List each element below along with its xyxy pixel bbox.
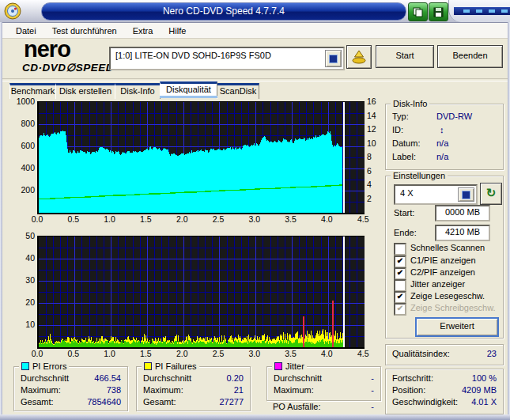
pif-total-value: 27277	[219, 397, 244, 407]
show-write-speed-label: Zeige Schreibgeschw.	[410, 303, 496, 312]
axis-tick-label: 2	[367, 194, 381, 203]
app-icon	[4, 2, 21, 20]
c1pie-label[interactable]: C1/PIE anzeigen	[410, 255, 476, 265]
axis-tick-label: 3.5	[280, 214, 302, 224]
checkbox-row-show-write-speed: ✔ Zeige Schreibgeschw.	[394, 303, 501, 314]
jitter-checkbox[interactable]	[394, 279, 406, 292]
pi-errors-stats-title: PI Errors	[32, 361, 66, 371]
save-button[interactable]	[429, 2, 448, 21]
menu-test-durchfuehren[interactable]: Test durchführen	[45, 25, 124, 37]
drive-dropdown-button[interactable]	[325, 50, 342, 67]
axis-tick-label: 1.5	[134, 349, 157, 358]
axis-tick-label: 40	[16, 253, 35, 263]
pie-total-value: 7854640	[87, 397, 121, 407]
pi-failures-legend-icon	[144, 362, 152, 370]
pi-failures-chart	[37, 236, 365, 349]
show-write-speed-checkbox: ✔	[394, 303, 406, 316]
pif-total-label: Gesamt:	[143, 397, 176, 407]
start-button[interactable]: Start	[376, 45, 434, 68]
progress-box: Fortschritt:100 % Position:4209 MB Gesch…	[385, 369, 504, 414]
jitter-avg-label: Durchschnitt	[274, 373, 322, 383]
fast-scan-label[interactable]: Schnelles Scannen	[410, 243, 485, 252]
titlebar-decoration	[448, 0, 510, 22]
advanced-button[interactable]: Erweitert	[415, 317, 499, 337]
speed-dropdown-button[interactable]	[458, 187, 474, 202]
speed-selector[interactable]: 4 X	[394, 184, 478, 205]
refresh-icon: ↻	[486, 186, 497, 199]
axis-tick-label: 4	[367, 180, 381, 189]
end-mb-label: Ende:	[394, 228, 417, 237]
axis-tick-label: 30	[16, 275, 35, 285]
disk-label-value: n/a	[436, 152, 448, 161]
c2pif-checkbox[interactable]: ✔	[394, 267, 406, 280]
checkbox-row-c2pif: ✔ C2/PIF anzeigen	[394, 267, 501, 278]
jitter-stats-box: Jitter Durchschnitt- Maximum:-	[266, 366, 381, 401]
axis-tick-label: 3.5	[280, 349, 302, 358]
axis-tick-label: 800	[11, 119, 35, 128]
end-mb-field[interactable]: 4210 MB	[435, 225, 490, 241]
quit-button[interactable]: Beenden	[437, 45, 503, 68]
speed-value: 4 X	[400, 188, 457, 198]
jitter-avg-value: -	[371, 373, 374, 383]
axis-tick-label: 4.0	[315, 349, 338, 358]
window-frame-left	[0, 22, 2, 420]
menu-extra[interactable]: Extra	[126, 25, 161, 37]
pie-max-value: 738	[107, 385, 121, 395]
axis-tick-label: 4.5	[352, 214, 374, 224]
tab-scandisk[interactable]: ScanDisk	[217, 83, 259, 99]
axis-tick-label: 1.0	[99, 349, 121, 358]
po-failures-value: -	[371, 402, 374, 411]
copy-button[interactable]	[408, 2, 428, 21]
pi-errors-chart	[37, 101, 365, 214]
tab-disk-info[interactable]: Disk-Info	[115, 83, 161, 99]
c2pif-label[interactable]: C2/PIF anzeigen	[410, 267, 475, 277]
copy-icon	[413, 7, 423, 17]
dropdown-icon	[329, 55, 338, 63]
position-value: 4209 MB	[462, 385, 497, 395]
fast-scan-checkbox[interactable]	[394, 243, 406, 255]
axis-tick-label: 2.0	[171, 349, 193, 358]
pi-errors-legend-icon	[21, 362, 29, 370]
axis-tick-label: 10	[16, 320, 35, 329]
refresh-button[interactable]: ↻	[480, 183, 502, 205]
show-read-speed-checkbox[interactable]: ✔	[394, 291, 406, 304]
axis-tick-label: 0.5	[62, 214, 85, 224]
pie-avg-value: 466.54	[94, 373, 121, 383]
save-icon	[433, 7, 444, 17]
checkbox-row-jitter: Jitter anzeiger	[394, 279, 501, 290]
progress-label: Fortschritt:	[392, 373, 433, 383]
nero-logo: nero	[24, 38, 70, 60]
pi-failures-stats-title: PI Failures	[155, 361, 197, 371]
menu-bar: Datei Test durchführen Extra Hilfe	[2, 23, 510, 39]
settings-title: Einstellungen	[391, 171, 448, 180]
axis-tick-label: 6	[367, 166, 381, 176]
pi-errors-stats-box: PI Errors Durchschnitt466.54 Maximum:738…	[13, 366, 128, 411]
axis-tick-label: 1000	[11, 96, 35, 106]
tab-disk-erstellen[interactable]: Disk erstellen	[55, 83, 115, 99]
show-read-speed-label[interactable]: Zeige Lesegeschw.	[410, 291, 485, 301]
cddvdspeed-logo: CD·DVD∅SPEED	[22, 61, 114, 74]
c1pie-checkbox[interactable]: ✔	[394, 255, 406, 268]
menu-datei[interactable]: Datei	[9, 25, 43, 37]
speed-label: Geschwindigkeit:	[392, 397, 458, 407]
eject-button[interactable]	[346, 45, 372, 69]
checkbox-row-c1pie: ✔ C1/PIE anzeigen	[394, 255, 501, 267]
jitter-label[interactable]: Jitter anzeiger	[410, 279, 465, 289]
axis-tick-label: 600	[11, 141, 35, 150]
quality-index-box: Qualitätsindex: 23	[385, 344, 504, 365]
checkbox-row-show-read-speed: ✔ Zeige Lesegeschw.	[394, 291, 501, 302]
jitter-max-label: Maximum:	[274, 385, 314, 395]
jitter-stats-title: Jitter	[285, 361, 304, 371]
drive-selector[interactable]: [1:0] LITE-ON DVD SOHD-16P9S FS0D	[109, 47, 345, 70]
disk-label-label: Label:	[392, 152, 416, 161]
window-frame-bottom	[0, 414, 510, 420]
axis-tick-label: 2.5	[207, 214, 229, 224]
start-mb-field[interactable]: 0000 MB	[435, 205, 490, 221]
axis-tick-label: 400	[11, 163, 35, 172]
axis-tick-label: 3.0	[244, 214, 266, 224]
jitter-legend-icon	[274, 362, 282, 370]
axis-tick-label: 14	[367, 111, 381, 120]
menu-hilfe[interactable]: Hilfe	[161, 25, 193, 37]
axis-tick-label: 16	[367, 96, 381, 106]
eject-icon	[351, 50, 367, 64]
